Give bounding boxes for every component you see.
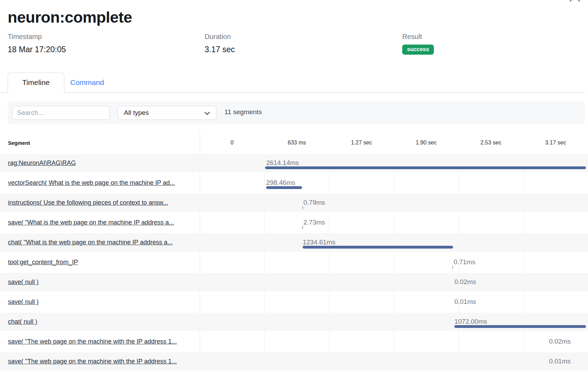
duration-label: 0.01ms (549, 358, 571, 365)
axis-tick-label: 1.90 sec (394, 140, 459, 146)
close-icon[interactable] (568, 0, 581, 3)
table-row: instructions( Use the following pieces o… (0, 194, 588, 213)
segment-link[interactable]: chat( "What is the web page on the machi… (8, 233, 173, 252)
timeline-bar (265, 166, 586, 169)
axis-tick-label: 633 ms (264, 140, 329, 146)
duration-label: 1234.61ms (303, 238, 335, 246)
segment-link[interactable]: instructions( Use the following pieces o… (8, 194, 168, 212)
segment-link[interactable]: save( "The web page on the machine with … (8, 352, 177, 371)
axis-tick-label: 3.17 sec (523, 140, 588, 146)
timestamp-value: 18 Mar 17:20:05 (8, 45, 66, 54)
table-row: tool:get_content_from_IP0.71ms (0, 253, 588, 273)
duration-label: 0.79ms (303, 199, 325, 206)
meta-duration: Duration 3.17 sec (205, 33, 235, 54)
timeline-bar (454, 325, 586, 328)
timeline-bar (266, 186, 302, 189)
duration-label: 0.01ms (454, 298, 476, 306)
table-row: save( null )0.01ms (0, 293, 588, 313)
segment-link[interactable]: rag:NeuronAI\RAG\RAG (8, 154, 76, 172)
result-label: Result (402, 33, 434, 41)
table-row: chat( "What is the web page on the machi… (0, 233, 588, 253)
segment-column-header: Segment (8, 140, 30, 146)
duration-label: 2614.14ms (266, 159, 299, 167)
segment-link[interactable]: save( "The web page on the machine with … (8, 332, 177, 351)
table-row: save( null )0.02ms (0, 273, 588, 293)
table-row: save( "The web page on the machine with … (0, 332, 588, 352)
timeline-tick-mark (302, 226, 303, 229)
row-background (0, 313, 588, 331)
tab-command[interactable]: Command (70, 72, 104, 92)
duration-label: 0.02ms (454, 278, 476, 286)
duration-value: 3.17 sec (205, 45, 235, 54)
status-badge: success (402, 45, 434, 55)
row-background (0, 293, 588, 311)
meta-result: Result success (402, 33, 434, 55)
table-row: rag:NeuronAI\RAG\RAG2614.14ms (0, 154, 588, 174)
axis-tick-label: 2.53 sec (459, 140, 523, 146)
timeline-tick-mark (302, 206, 303, 209)
type-select-value: All types (124, 109, 149, 117)
segment-link[interactable]: vectorSearch( What is the web page on th… (8, 174, 175, 192)
chevron-down-icon (205, 110, 210, 115)
segment-count: 11 segments (224, 108, 262, 116)
axis-tick-label: 0 (200, 140, 264, 146)
timeline-bar (303, 246, 453, 249)
segment-link[interactable]: save( null ) (8, 293, 39, 311)
table-row: vectorSearch( What is the web page on th… (0, 174, 588, 194)
segment-link[interactable]: save( null ) (8, 273, 39, 291)
page-title: neuron:complete (8, 8, 132, 26)
row-background (0, 253, 588, 272)
axis-tick-label: 1.27 sec (329, 140, 394, 146)
duration-label: Duration (205, 33, 235, 41)
segment-link[interactable]: save( "What is the web page on the machi… (8, 213, 174, 232)
type-select[interactable]: All types (118, 106, 216, 120)
meta-timestamp: Timestamp 18 Mar 17:20:05 (8, 33, 66, 54)
segments-table: rag:NeuronAI\RAG\RAG2614.14msvectorSearc… (0, 154, 588, 372)
timestamp-label: Timestamp (8, 33, 66, 41)
tab-timeline[interactable]: Timeline (8, 72, 64, 93)
duration-label: 298.46ms (266, 179, 295, 187)
segment-link[interactable]: tool:get_content_from_IP (8, 253, 78, 272)
segment-link[interactable]: chat( null ) (8, 313, 37, 331)
filter-bar: All types 11 segments (8, 101, 585, 125)
duration-label: 0.02ms (549, 338, 571, 345)
table-row: save( "The web page on the machine with … (0, 352, 588, 372)
tab-bar: Timeline Command (0, 72, 585, 93)
duration-label: 1072.00ms (454, 318, 487, 325)
row-background (0, 273, 588, 291)
table-row: save( "What is the web page on the machi… (0, 213, 588, 233)
duration-label: 0.71ms (454, 258, 475, 266)
search-input[interactable] (12, 106, 110, 120)
timeline-tick-mark (452, 266, 453, 269)
duration-label: 2.73ms (303, 219, 325, 226)
table-row: chat( null )1072.00ms (0, 313, 588, 332)
